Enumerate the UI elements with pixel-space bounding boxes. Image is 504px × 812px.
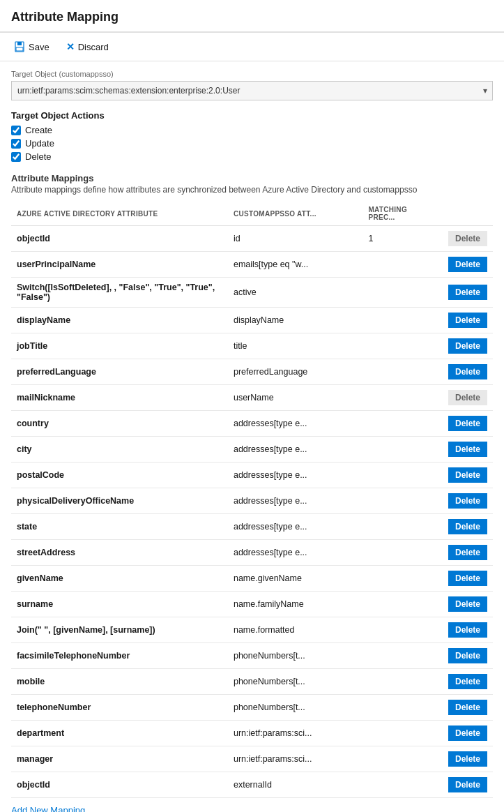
col-header-matching: MATCHING PREC... <box>362 202 420 226</box>
target-actions-title: Target Object Actions <box>11 110 493 121</box>
table-row: streetAddressaddresses[type e...Delete <box>11 540 493 566</box>
azure-attr-value: department <box>17 728 64 738</box>
azure-attr-cell: mailNickname <box>11 385 228 411</box>
action-cell: Delete <box>420 669 493 695</box>
custom-attr-cell: userName <box>228 385 362 411</box>
add-new-mapping-link[interactable]: Add New Mapping <box>11 798 85 812</box>
delete-button[interactable]: Delete <box>448 596 487 612</box>
matching-cell <box>362 359 420 385</box>
azure-attr-value: userPrincipalName <box>17 260 96 269</box>
azure-attr-value: Switch([IsSoftDeleted], , "False", "True… <box>17 283 215 302</box>
delete-button[interactable]: Delete <box>448 622 487 638</box>
matching-cell <box>362 643 420 669</box>
custom-attr-cell: phoneNumbers[t... <box>228 643 362 669</box>
action-cell: Delete <box>420 488 493 514</box>
action-cell: Delete <box>420 772 493 798</box>
delete-button[interactable]: Delete <box>448 231 487 246</box>
custom-attr-value: preferredLanguage <box>234 367 307 377</box>
delete-button[interactable]: Delete <box>448 285 487 300</box>
azure-attr-value: objectId <box>17 234 50 243</box>
delete-button[interactable]: Delete <box>448 390 487 405</box>
delete-button[interactable]: Delete <box>448 725 487 741</box>
delete-button[interactable]: Delete <box>448 648 487 663</box>
matching-cell <box>362 540 420 566</box>
checkbox-update-label: Update <box>25 138 54 149</box>
delete-button[interactable]: Delete <box>448 257 487 272</box>
target-object-select-wrapper[interactable]: urn:ietf:params:scim:schemas:extension:e… <box>11 81 493 100</box>
delete-button[interactable]: Delete <box>448 416 487 431</box>
custom-attr-cell: phoneNumbers[t... <box>228 669 362 695</box>
matching-cell <box>362 669 420 695</box>
delete-button[interactable]: Delete <box>448 364 487 379</box>
toolbar: Save ✕ Discard <box>0 33 504 61</box>
azure-attr-cell: manager <box>11 746 228 772</box>
table-row: countryaddresses[type e...Delete <box>11 411 493 437</box>
checkbox-create-input[interactable] <box>11 126 21 135</box>
azure-attr-cell: telephoneNumber <box>11 695 228 721</box>
azure-attr-value: manager <box>17 754 53 764</box>
delete-button[interactable]: Delete <box>448 777 487 792</box>
checkbox-delete-input[interactable] <box>11 152 21 162</box>
delete-button[interactable]: Delete <box>448 700 487 715</box>
matching-cell <box>362 514 420 540</box>
azure-attr-cell: objectId <box>11 772 228 798</box>
checkbox-create[interactable]: Create <box>11 125 493 135</box>
delete-button[interactable]: Delete <box>448 338 487 354</box>
action-cell: Delete <box>420 308 493 333</box>
delete-button[interactable]: Delete <box>448 674 487 689</box>
matching-cell <box>362 463 420 488</box>
checkbox-update-input[interactable] <box>11 139 21 149</box>
target-actions-section: Target Object Actions Create Update Dele… <box>11 110 493 162</box>
matching-cell <box>362 411 420 437</box>
azure-attr-cell: Switch([IsSoftDeleted], , "False", "True… <box>11 278 228 308</box>
matching-cell <box>362 278 420 308</box>
save-button[interactable]: Save <box>11 40 52 54</box>
custom-attr-cell: name.formatted <box>228 617 362 643</box>
discard-button[interactable]: ✕ Discard <box>63 40 112 54</box>
checkbox-update[interactable]: Update <box>11 138 493 149</box>
table-row: objectIdexternalIdDelete <box>11 772 493 798</box>
svg-rect-1 <box>17 42 22 45</box>
action-cell: Delete <box>420 463 493 488</box>
table-row: physicalDeliveryOfficeNameaddresses[type… <box>11 488 493 514</box>
custom-attr-cell: externalId <box>228 772 362 798</box>
table-row: telephoneNumberphoneNumbers[t...Delete <box>11 695 493 721</box>
table-row: surnamename.familyNameDelete <box>11 592 493 617</box>
azure-attr-value: displayName <box>17 315 70 325</box>
delete-button[interactable]: Delete <box>448 442 487 457</box>
target-object-label: Target Object (customappsso) <box>11 70 493 78</box>
delete-button[interactable]: Delete <box>448 313 487 328</box>
custom-attr-cell: addresses[type e... <box>228 488 362 514</box>
custom-attr-cell: addresses[type e... <box>228 540 362 566</box>
table-row: departmenturn:ietf:params:sci...Delete <box>11 721 493 746</box>
delete-button[interactable]: Delete <box>448 751 487 767</box>
delete-button[interactable]: Delete <box>448 467 487 483</box>
target-actions-checkboxes: Create Update Delete <box>11 125 493 162</box>
custom-attr-value: urn:ietf:params:sci... <box>234 754 312 764</box>
matching-cell: 1 <box>362 226 420 252</box>
custom-attr-value: addresses[type e... <box>234 470 307 480</box>
custom-attr-cell: active <box>228 278 362 308</box>
azure-attr-value: facsimileTelephoneNumber <box>17 651 130 661</box>
target-object-select[interactable]: urn:ietf:params:scim:schemas:extension:e… <box>11 81 493 100</box>
checkbox-delete[interactable]: Delete <box>11 151 493 162</box>
action-cell: Delete <box>420 514 493 540</box>
azure-attr-cell: postalCode <box>11 463 228 488</box>
custom-attr-value: name.familyName <box>234 599 304 609</box>
delete-button[interactable]: Delete <box>448 571 487 586</box>
delete-button[interactable]: Delete <box>448 545 487 560</box>
azure-attr-cell: physicalDeliveryOfficeName <box>11 488 228 514</box>
azure-attr-cell: jobTitle <box>11 333 228 359</box>
col-header-custom: CUSTOMAPPSSO ATT... <box>228 202 362 226</box>
custom-attr-value: userName <box>234 393 274 403</box>
azure-attr-value: mobile <box>17 677 45 686</box>
action-cell: Delete <box>420 226 493 252</box>
table-row: postalCodeaddresses[type e...Delete <box>11 463 493 488</box>
azure-attr-cell: objectId <box>11 226 228 252</box>
delete-button[interactable]: Delete <box>448 519 487 534</box>
delete-button[interactable]: Delete <box>448 493 487 509</box>
custom-attr-cell: addresses[type e... <box>228 437 362 463</box>
azure-attr-cell: surname <box>11 592 228 617</box>
azure-attr-value: Join(" ", [givenName], [surname]) <box>17 625 155 635</box>
azure-attr-cell: streetAddress <box>11 540 228 566</box>
